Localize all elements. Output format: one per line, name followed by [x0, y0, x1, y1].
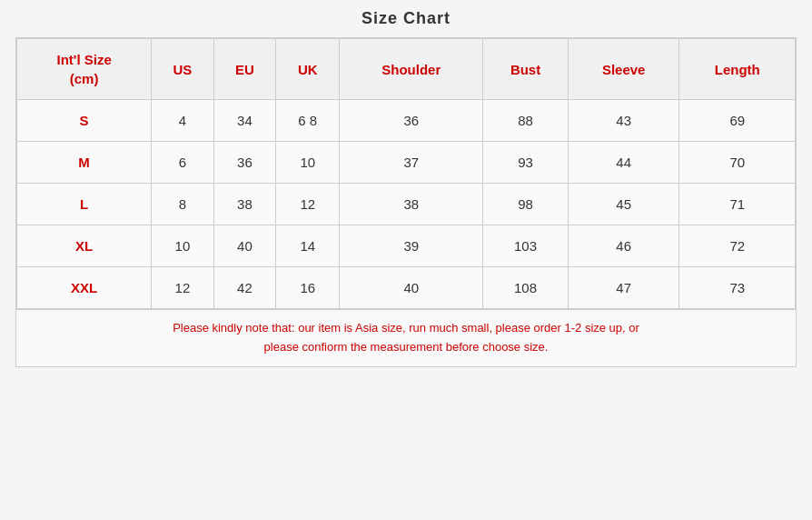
- cell-eu: 36: [213, 142, 275, 184]
- header-intl-size: Int'l Size(cm): [17, 39, 152, 100]
- size-chart-table: Int'l Size(cm) US EU UK Shoulder Bust Sl…: [15, 37, 797, 310]
- header-bust: Bust: [483, 39, 569, 100]
- cell-length: 70: [679, 142, 796, 184]
- cell-uk: 16: [276, 267, 340, 309]
- cell-sleeve: 44: [568, 142, 679, 184]
- header-length: Length: [679, 39, 796, 100]
- cell-eu: 38: [213, 184, 275, 225]
- cell-sleeve: 47: [568, 267, 679, 309]
- cell-length: 69: [679, 100, 796, 142]
- cell-eu: 42: [213, 267, 275, 309]
- cell-eu: 40: [213, 225, 275, 267]
- cell-length: 72: [679, 225, 796, 267]
- cell-uk: 6 8: [276, 100, 340, 142]
- cell-shoulder: 39: [340, 225, 483, 267]
- cell-uk: 12: [276, 184, 340, 225]
- cell-us: 10: [152, 225, 213, 267]
- cell-sleeve: 46: [568, 225, 679, 267]
- cell-size: M: [17, 142, 152, 184]
- cell-shoulder: 40: [340, 267, 483, 309]
- footer-line2: please confiorm the measurement before c…: [264, 340, 549, 354]
- cell-us: 4: [152, 100, 213, 142]
- cell-shoulder: 37: [340, 142, 483, 184]
- cell-us: 8: [152, 184, 213, 225]
- cell-bust: 108: [483, 267, 569, 309]
- cell-us: 6: [152, 142, 213, 184]
- table-row: S4346 836884369: [17, 100, 796, 142]
- cell-sleeve: 45: [568, 184, 679, 225]
- cell-size: S: [17, 100, 152, 142]
- header-sleeve: Sleeve: [568, 39, 679, 100]
- cell-bust: 93: [483, 142, 569, 184]
- header-shoulder: Shoulder: [340, 39, 483, 100]
- footer-line1: Please kindly note that: our item is Asi…: [173, 321, 639, 335]
- cell-bust: 88: [483, 100, 569, 142]
- header-uk: UK: [276, 39, 340, 100]
- cell-bust: 98: [483, 184, 569, 225]
- cell-uk: 14: [276, 225, 340, 267]
- cell-eu: 34: [213, 100, 275, 142]
- cell-size: XXL: [17, 267, 152, 309]
- cell-size: XL: [17, 225, 152, 267]
- cell-size: L: [17, 184, 152, 225]
- header-eu: EU: [213, 39, 275, 100]
- header-us: US: [152, 39, 213, 100]
- cell-us: 12: [152, 267, 213, 309]
- cell-uk: 10: [276, 142, 340, 184]
- table-row: M6361037934470: [17, 142, 796, 184]
- table-row: XL104014391034672: [17, 225, 796, 267]
- cell-shoulder: 38: [340, 184, 483, 225]
- page-title: Size Chart: [361, 9, 451, 28]
- table-row: XXL124216401084773: [17, 267, 796, 309]
- cell-length: 73: [679, 267, 796, 309]
- table-row: L8381238984571: [17, 184, 796, 225]
- cell-bust: 103: [483, 225, 569, 267]
- cell-shoulder: 36: [340, 100, 483, 142]
- cell-length: 71: [679, 184, 796, 225]
- footer-note: Please kindly note that: our item is Asi…: [15, 310, 797, 367]
- cell-sleeve: 43: [568, 100, 679, 142]
